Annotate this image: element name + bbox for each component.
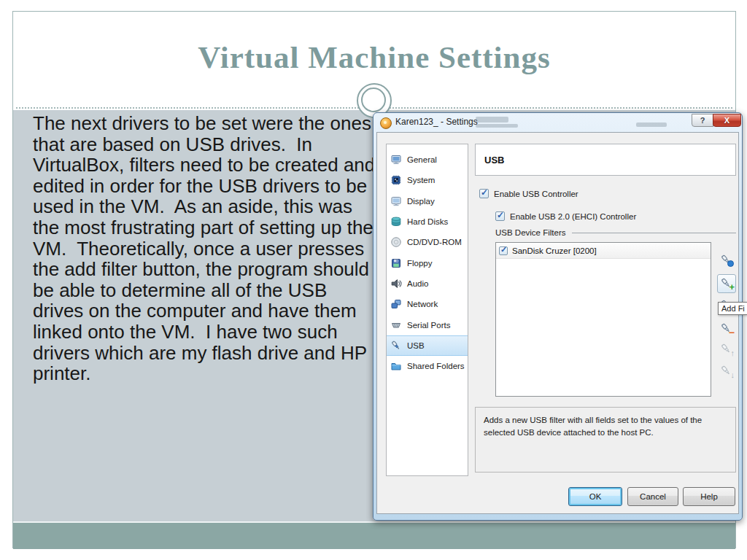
sidebar-item-general[interactable]: General [387,149,468,170]
dialog-help-caption-button[interactable]: ? [692,114,713,127]
group-rule-line [572,233,737,233]
sidebar-item-label: USB [407,341,425,350]
sidebar-item-audio[interactable]: Audio [387,273,468,294]
sidebar-item-label: System [407,176,435,184]
page-header-label: USB [484,155,504,166]
page-header-box: USB [475,144,736,176]
sidebar-item-display[interactable]: Display [387,191,468,211]
sidebar-item-shared-folders[interactable]: Shared Folders [387,356,468,376]
settings-sidebar: GeneralSystemDisplayHard DisksCD/DVD-ROM… [386,144,468,476]
sidebar-item-hard-disks[interactable]: Hard Disks [387,211,468,232]
sidebar-item-label: Shared Folders [407,362,465,370]
sidebar-item-network[interactable]: Network [387,294,468,314]
move-filter-up-badge: ↑ [731,349,735,357]
sidebar-item-system[interactable]: System [387,170,468,190]
sidebar-item-label: Serial Ports [407,321,450,330]
sidebar-item-floppy[interactable]: Floppy [387,252,468,273]
cancel-button[interactable]: Cancel [627,487,678,506]
settings-dialog: Karen123_ - Settings ? X GeneralSystemDi… [373,112,743,521]
usb-filter-label: SanDisk Cruzer [0200] [512,246,597,255]
general-icon [390,154,402,166]
enable-usb-checkbox[interactable]: Enable USB Controller [479,189,578,198]
slide-footer-band [13,521,735,549]
dialog-client-area: GeneralSystemDisplayHard DisksCD/DVD-ROM… [376,132,739,514]
add-filter-from-device-button[interactable]: + [717,274,736,293]
help-button[interactable]: Help [683,487,735,506]
shared-folders-icon [390,360,402,372]
sidebar-item-cd-dvd-rom[interactable]: CD/DVD-ROM [387,232,468,252]
slide-page: Virtual Machine Settings The next driver… [0,0,747,560]
background-window-artifact [476,124,518,128]
hard-disks-icon [390,216,402,228]
floppy-icon [390,257,402,269]
sidebar-item-label: CD/DVD-ROM [407,238,462,246]
sidebar-item-label: Floppy [407,259,433,268]
virtualbox-gear-icon [380,117,392,129]
checkbox-checked-icon[interactable] [495,211,505,221]
checkbox-checked-icon[interactable] [499,246,508,255]
display-icon [390,195,402,207]
dialog-title: Karen123_ - Settings [395,117,478,127]
checkbox-checked-icon[interactable] [479,189,489,198]
usb-filter-row[interactable]: SanDisk Cruzer [0200] [496,243,711,259]
audio-icon [390,278,402,289]
move-filter-up-icon: ↑ [720,343,733,356]
enable-ehci-checkbox[interactable]: Enable USB 2.0 (EHCI) Controller [495,211,636,221]
sidebar-item-label: General [407,155,437,164]
sidebar-item-serial-ports[interactable]: Serial Ports [387,314,468,335]
usb-device-filters-group: USB Device Filters [495,228,736,237]
move-filter-down-badge: ↓ [731,371,735,379]
network-icon [390,298,402,310]
usb-icon [390,340,402,351]
usb-filter-list[interactable]: SanDisk Cruzer [0200] [495,242,711,397]
remove-filter-badge: − [729,327,735,338]
background-window-artifact [636,122,667,127]
background-window-artifact [476,117,508,122]
sidebar-item-label: Network [407,300,438,308]
add-filter-tooltip: Add Fi [718,302,747,315]
serial-ports-icon [390,319,402,331]
add-filter-from-device-icon[interactable]: + [720,277,733,290]
slide-title: Virtual Machine Settings [13,39,735,75]
close-icon[interactable]: X [713,114,741,127]
slide-body-text: The next drivers to be set were the ones… [33,113,382,384]
sidebar-item-label: Hard Disks [407,217,448,226]
add-filter-from-device-badge: + [729,282,735,292]
move-filter-down-icon: ↓ [720,365,733,378]
add-empty-filter-icon[interactable] [720,254,733,267]
add-empty-filter-badge [727,260,734,267]
system-icon [390,174,402,186]
description-box: Adds a new USB filter with all fields se… [475,407,736,472]
sidebar-item-label: Audio [407,279,428,288]
ok-button[interactable]: OK [568,487,622,506]
sidebar-item-label: Display [407,197,435,206]
cd-dvd-icon [390,236,402,248]
sidebar-item-usb[interactable]: USB [387,335,468,356]
remove-filter-icon[interactable]: − [720,322,733,335]
dialog-titlebar[interactable]: Karen123_ - Settings ? X [374,113,742,132]
